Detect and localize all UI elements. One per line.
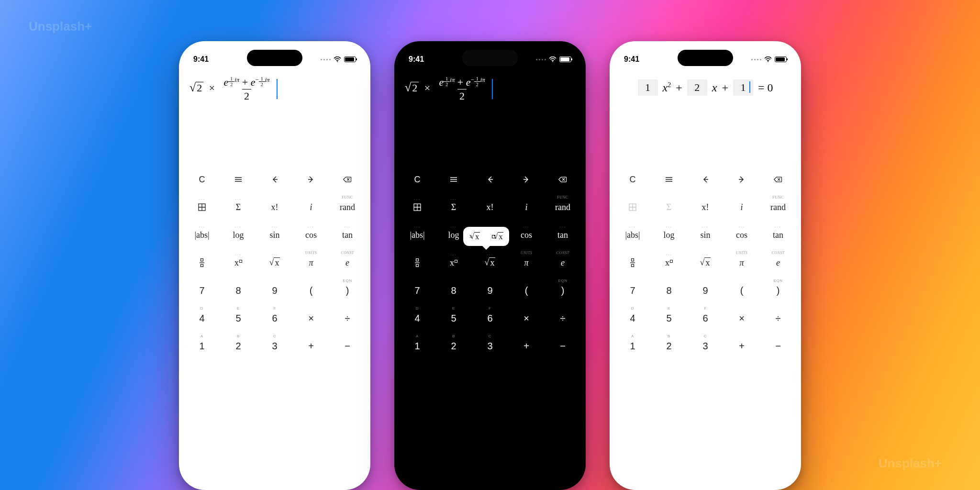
key-plus[interactable]: + [508, 332, 545, 360]
key-cursor-left[interactable] [472, 166, 508, 193]
key-abs[interactable]: ···|abs| [184, 221, 220, 249]
key-sigma[interactable]: ···Σ [435, 193, 472, 221]
key-multiply[interactable]: × [293, 304, 329, 332]
key-clear[interactable]: C [184, 166, 220, 193]
key-clear[interactable]: C [399, 166, 435, 193]
key-5[interactable]: E5 [651, 304, 687, 332]
key-log[interactable]: ···log [220, 221, 256, 249]
key-cursor-right[interactable] [293, 166, 329, 193]
key-sqrt[interactable]: ···√x 3√x √x [472, 249, 508, 277]
key-backspace[interactable] [760, 166, 796, 193]
key-backspace[interactable] [329, 166, 366, 193]
key-menu[interactable] [220, 166, 256, 193]
key-3[interactable]: C3 [472, 332, 508, 360]
key-fraction[interactable] [399, 249, 435, 277]
expression-display[interactable]: √2 × e12iπ + e−12iπ 2 [394, 67, 586, 166]
key-6[interactable]: F6 [472, 304, 508, 332]
key-divide[interactable]: ÷ [760, 304, 796, 332]
key-abs[interactable]: ···|abs| [399, 221, 435, 249]
key-plus[interactable]: + [724, 332, 760, 360]
key-8[interactable]: 8 [220, 277, 256, 304]
key-multiply[interactable]: × [508, 304, 545, 332]
key-cursor-left[interactable] [687, 166, 724, 193]
key-rand[interactable]: FUNCrand [760, 193, 796, 221]
key-7[interactable]: 7 [184, 277, 220, 304]
expression-display[interactable]: 1 x2 + 2 x + 1 = 0 [610, 67, 801, 166]
key-5[interactable]: E5 [435, 304, 472, 332]
key-1[interactable]: A1 [399, 332, 435, 360]
key-9[interactable]: 9 [472, 277, 508, 304]
key-8[interactable]: 8 [651, 277, 687, 304]
key-clear[interactable]: C [614, 166, 651, 193]
popup-nthroot[interactable]: √x [486, 227, 509, 246]
key-2[interactable]: B2 [651, 332, 687, 360]
key-fraction[interactable] [184, 249, 220, 277]
key-pi[interactable]: UNITSπ [724, 249, 760, 277]
key-4[interactable]: D4 [184, 304, 220, 332]
key-lparen[interactable]: ( [508, 277, 545, 304]
key-1[interactable]: A1 [614, 332, 651, 360]
key-3[interactable]: C3 [687, 332, 724, 360]
key-rparen[interactable]: EQN) [329, 277, 366, 304]
key-tan[interactable]: ···tan [329, 221, 366, 249]
key-sqrt[interactable]: ···√x [687, 249, 724, 277]
key-5[interactable]: E5 [220, 304, 256, 332]
key-cursor-left[interactable] [256, 166, 293, 193]
key-menu[interactable] [435, 166, 472, 193]
coef-a[interactable]: 1 [638, 79, 658, 96]
key-rand[interactable]: FUNCrand [545, 193, 581, 221]
key-sin[interactable]: ···sin [687, 221, 724, 249]
key-7[interactable]: 7 [614, 277, 651, 304]
key-pi[interactable]: UNITSπ [508, 249, 545, 277]
key-divide[interactable]: ÷ [329, 304, 366, 332]
key-pi[interactable]: UNITSπ [293, 249, 329, 277]
key-matrix[interactable]: ··· [399, 193, 435, 221]
key-rand[interactable]: FUNCrand [329, 193, 366, 221]
key-e[interactable]: CONSTe [545, 249, 581, 277]
key-e[interactable]: CONSTe [760, 249, 796, 277]
coef-c[interactable]: 1 [733, 79, 753, 96]
coef-b[interactable]: 2 [687, 79, 707, 96]
key-9[interactable]: 9 [256, 277, 293, 304]
key-minus[interactable]: − [545, 332, 581, 360]
key-fraction[interactable] [614, 249, 651, 277]
key-power[interactable]: ···x [435, 249, 472, 277]
key-lparen[interactable]: ( [724, 277, 760, 304]
key-factorial[interactable]: x! [472, 193, 508, 221]
key-abs[interactable]: ···|abs| [614, 221, 651, 249]
key-factorial[interactable]: x! [687, 193, 724, 221]
key-cos[interactable]: ···cos [508, 221, 545, 249]
key-sqrt[interactable]: ···√x [256, 249, 293, 277]
key-multiply[interactable]: × [724, 304, 760, 332]
key-rparen[interactable]: EQN) [545, 277, 581, 304]
key-2[interactable]: B2 [220, 332, 256, 360]
key-1[interactable]: A1 [184, 332, 220, 360]
key-imaginary[interactable]: i [724, 193, 760, 221]
key-minus[interactable]: − [760, 332, 796, 360]
key-menu[interactable] [651, 166, 687, 193]
key-3[interactable]: C3 [256, 332, 293, 360]
key-6[interactable]: F6 [687, 304, 724, 332]
key-plus[interactable]: + [293, 332, 329, 360]
key-divide[interactable]: ÷ [545, 304, 581, 332]
key-imaginary[interactable]: i [508, 193, 545, 221]
key-cos[interactable]: ···cos [724, 221, 760, 249]
key-4[interactable]: D4 [614, 304, 651, 332]
key-rparen[interactable]: EQN) [760, 277, 796, 304]
key-matrix[interactable]: ··· [184, 193, 220, 221]
key-tan[interactable]: ···tan [545, 221, 581, 249]
key-8[interactable]: 8 [435, 277, 472, 304]
popup-cuberoot[interactable]: 3√x [463, 227, 486, 246]
key-cos[interactable]: ···cos [293, 221, 329, 249]
key-lparen[interactable]: ( [293, 277, 329, 304]
key-power[interactable]: ···x [651, 249, 687, 277]
key-6[interactable]: F6 [256, 304, 293, 332]
key-sigma[interactable]: ···Σ [220, 193, 256, 221]
key-minus[interactable]: − [329, 332, 366, 360]
key-sin[interactable]: ···sin [256, 221, 293, 249]
key-2[interactable]: B2 [435, 332, 472, 360]
key-cursor-right[interactable] [508, 166, 545, 193]
key-backspace[interactable] [545, 166, 581, 193]
key-power[interactable]: ···x [220, 249, 256, 277]
expression-display[interactable]: √2 × e12iπ + e−12iπ 2 [179, 67, 370, 166]
